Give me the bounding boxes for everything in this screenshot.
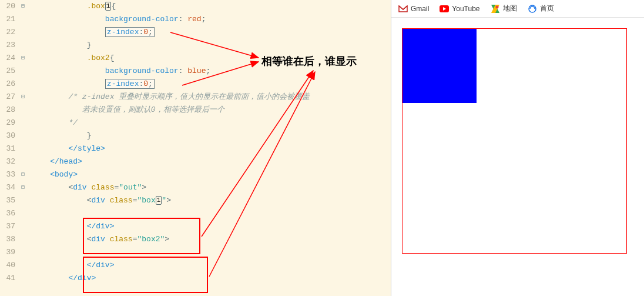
- code-line: .box2{: [27, 52, 114, 65]
- line-number: 28: [0, 104, 19, 117]
- svg-point-9: [495, 5, 498, 8]
- code-line: /* z-index 重叠时显示顺序，值大的显示在最前面，值小的会被覆盖: [27, 91, 310, 104]
- code-line: [27, 207, 32, 220]
- code-line: <body>: [27, 168, 78, 181]
- bookmark-label: 首页: [540, 4, 554, 14]
- line-number: 38: [0, 233, 19, 246]
- code-line: <div class="box2">: [27, 233, 169, 246]
- fold-icon[interactable]: ⊟: [19, 0, 27, 13]
- line-number: 23: [0, 39, 19, 52]
- bookmark-label: YouTube: [452, 5, 479, 13]
- code-line: <div class="box1">: [27, 194, 171, 207]
- code-line: </div>: [27, 272, 96, 285]
- line-number: 31: [0, 142, 19, 155]
- line-number: 39: [0, 246, 19, 259]
- code-line: </div>: [27, 220, 114, 233]
- line-number: 37: [0, 220, 19, 233]
- annotation-text: 相等谁在后，谁显示: [261, 54, 357, 68]
- line-number: 22: [0, 26, 19, 39]
- code-line: </div>: [27, 259, 114, 272]
- code-line: </style>: [27, 142, 105, 155]
- line-number: 29: [0, 117, 19, 129]
- maps-icon: [491, 4, 500, 14]
- line-number: 41: [0, 272, 19, 285]
- bookmarks-bar: Gmail YouTube 地图 首页: [391, 0, 644, 18]
- line-number: 24: [0, 52, 19, 65]
- bookmark-youtube[interactable]: YouTube: [440, 4, 479, 14]
- code-line: */: [27, 117, 78, 129]
- bookmark-home[interactable]: 首页: [528, 4, 554, 14]
- code-line: background-color: blue;: [27, 65, 210, 78]
- gmail-icon: [398, 4, 408, 14]
- bookmark-gmail[interactable]: Gmail: [398, 4, 429, 14]
- text-cursor: 1: [105, 2, 112, 11]
- fold-icon[interactable]: ⊟: [19, 181, 27, 194]
- out-container: [402, 28, 627, 254]
- line-number: 20: [0, 0, 19, 13]
- code-line: }: [27, 39, 91, 52]
- line-number: 34: [0, 181, 19, 194]
- line-number: 36: [0, 207, 19, 220]
- code-editor[interactable]: 20⊟ .box1{ 21 background-color: red; 22 …: [0, 0, 391, 296]
- youtube-icon: [440, 4, 449, 14]
- bookmark-label: Gmail: [411, 5, 429, 13]
- line-number: 21: [0, 13, 19, 26]
- page-body: [391, 18, 644, 264]
- text-cursor: 1: [156, 196, 162, 205]
- browser-preview: Gmail YouTube 地图 首页: [391, 0, 644, 296]
- line-number: 35: [0, 194, 19, 207]
- code-line: }: [27, 129, 91, 142]
- code-line: z-index:0;: [27, 78, 155, 91]
- line-number: 25: [0, 65, 19, 78]
- line-number: 40: [0, 259, 19, 272]
- line-number: 30: [0, 129, 19, 142]
- fold-icon[interactable]: ⊟: [19, 168, 27, 181]
- code-line: background-color: red;: [27, 13, 206, 26]
- fold-icon[interactable]: ⊟: [19, 52, 27, 65]
- box2-blue: [402, 29, 477, 103]
- bookmark-label: 地图: [503, 4, 517, 14]
- code-line: <div class="out">: [27, 181, 146, 194]
- bookmark-maps[interactable]: 地图: [491, 4, 517, 14]
- fold-icon[interactable]: ⊟: [19, 91, 27, 104]
- line-number: 27: [0, 91, 19, 104]
- home-icon: [528, 4, 537, 14]
- code-line: .box1{: [27, 0, 116, 13]
- code-line: [27, 246, 32, 259]
- line-number: 32: [0, 155, 19, 168]
- line-number: 33: [0, 168, 19, 181]
- code-line: z-index:0;: [27, 26, 155, 39]
- code-line: </head>: [27, 155, 82, 168]
- line-number: 26: [0, 78, 19, 91]
- code-line: 若未设置值，则默认0，相等选择最后一个: [27, 104, 224, 117]
